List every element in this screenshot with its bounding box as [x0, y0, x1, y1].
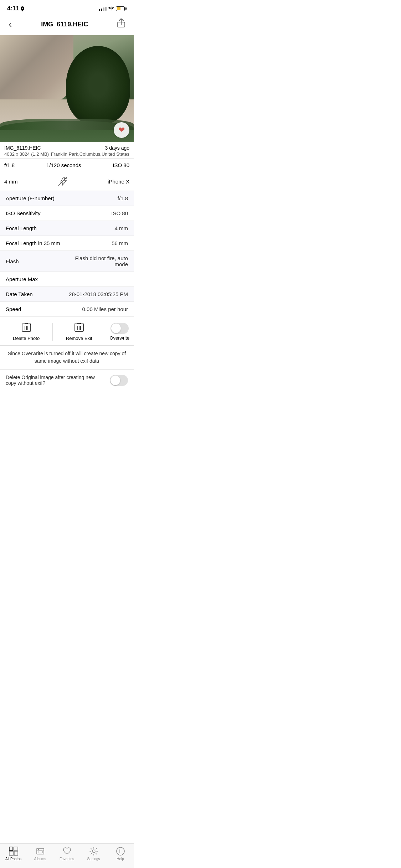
- overwrite-toggle[interactable]: [110, 323, 129, 334]
- overwrite-label: Overwrite: [109, 335, 129, 341]
- photo-date-ago: 3 days ago: [51, 145, 129, 151]
- exif-row: Aperture Max: [0, 272, 134, 287]
- battery-icon: [116, 6, 127, 11]
- exif-value: ISO 80: [67, 210, 128, 216]
- exif-label: Aperture (F-number): [6, 195, 67, 201]
- exif-table: Aperture (F-number)f/1.8ISO SensitivityI…: [0, 191, 134, 317]
- photo-display: ❤: [0, 35, 134, 142]
- photo-dimensions: 4032 x 3024 (1.2 MB): [4, 151, 51, 157]
- delete-trash-icon: [22, 322, 31, 334]
- exif-value: 28-01-2018 03:05:25 PM: [67, 291, 128, 297]
- photo-info: IMG_6119.HEIC 4032 x 3024 (1.2 MB) 3 day…: [0, 142, 134, 158]
- delete-original-row: Delete Original image after creating new…: [0, 370, 134, 391]
- back-button[interactable]: ‹: [6, 18, 15, 31]
- photo-filename: IMG_6119.HEIC: [4, 145, 51, 151]
- camera-params-row2: 4 mm A iPhone X: [0, 172, 134, 191]
- exif-value: 0.00 Miles per hour: [67, 306, 128, 312]
- remove-exif-button[interactable]: Remove Exif: [53, 321, 105, 342]
- exif-row: Speed0.00 Miles per hour: [0, 302, 134, 317]
- status-icons: [99, 6, 127, 11]
- exif-value: 56 mm: [67, 240, 128, 246]
- exif-value: 4 mm: [67, 225, 128, 231]
- action-bar: Delete Photo Remove Exif Overwrite: [0, 317, 134, 346]
- exif-row: Focal Length4 mm: [0, 221, 134, 236]
- exif-row: FlashFlash did not fire, auto mode: [0, 251, 134, 272]
- param-shutter: 1/120 seconds: [46, 162, 81, 168]
- status-bar: 4:11: [0, 0, 134, 14]
- exif-label: Focal Length: [6, 225, 67, 231]
- exif-value: f/1.8: [67, 195, 128, 201]
- exif-label: Speed: [6, 306, 67, 312]
- exif-row: ISO SensitivityISO 80: [0, 206, 134, 221]
- status-time: 4:11: [7, 5, 19, 12]
- overwrite-info-bar: Since Overwrite is turned off,it will cr…: [0, 346, 134, 370]
- delete-photo-button[interactable]: Delete Photo: [0, 321, 52, 342]
- toggle-knob: [111, 324, 121, 333]
- exif-value: Flash did not fire, auto mode: [67, 255, 128, 267]
- favorite-button[interactable]: ❤: [114, 122, 129, 138]
- location-icon: [21, 6, 24, 11]
- param-iso: ISO 80: [113, 162, 129, 168]
- nav-bar: ‹ IMG_6119.HEIC: [0, 14, 134, 35]
- exif-row: Date Taken28-01-2018 03:05:25 PM: [0, 287, 134, 302]
- overwrite-toggle-container: Overwrite: [105, 321, 134, 342]
- share-button[interactable]: [114, 17, 128, 31]
- delete-original-toggle[interactable]: [110, 375, 128, 386]
- exif-label: Date Taken: [6, 291, 67, 297]
- remove-exif-icon: [74, 322, 84, 334]
- param-device: iPhone X: [108, 179, 129, 185]
- heart-icon: ❤: [118, 126, 125, 134]
- camera-params-row1: f/1.8 1/120 seconds ISO 80: [0, 158, 134, 172]
- delete-photo-label: Delete Photo: [13, 336, 40, 341]
- signal-icon: [99, 7, 107, 11]
- svg-text:A: A: [65, 176, 67, 180]
- param-aperture: f/1.8: [4, 162, 15, 168]
- remove-exif-label: Remove Exif: [66, 336, 92, 341]
- exif-label: Focal Length in 35 mm: [6, 240, 67, 246]
- flash-off-icon: A: [57, 176, 68, 187]
- nav-title: IMG_6119.HEIC: [41, 21, 88, 28]
- delete-original-toggle-knob: [110, 376, 120, 385]
- exif-label: Aperture Max: [6, 276, 67, 282]
- exif-label: ISO Sensitivity: [6, 210, 67, 216]
- flash-icon-container: A: [57, 176, 68, 187]
- param-focal-length: 4 mm: [4, 179, 18, 185]
- exif-row: Focal Length in 35 mm56 mm: [0, 236, 134, 251]
- delete-original-label: Delete Original image after creating new…: [6, 374, 110, 386]
- overwrite-info-text: Since Overwrite is turned off,it will cr…: [7, 350, 127, 365]
- exif-label: Flash: [6, 258, 67, 264]
- photo-location: Franklin Park,Columbus,United States: [51, 151, 129, 157]
- exif-row: Aperture (F-number)f/1.8: [0, 191, 134, 206]
- wifi-icon: [108, 6, 114, 11]
